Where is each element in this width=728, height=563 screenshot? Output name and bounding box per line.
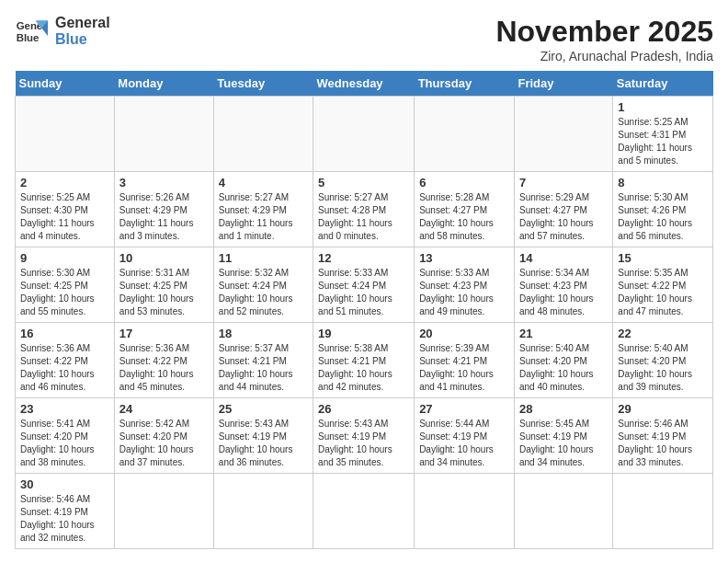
day-info: Sunrise: 5:28 AM Sunset: 4:27 PM Dayligh… <box>419 191 509 243</box>
calendar-header-row: SundayMondayTuesdayWednesdayThursdayFrid… <box>16 71 713 97</box>
day-number: 27 <box>419 402 509 416</box>
calendar-cell: 8Sunrise: 5:30 AM Sunset: 4:26 PM Daylig… <box>613 172 713 247</box>
title-area: November 2025 Ziro, Arunachal Pradesh, I… <box>495 15 713 63</box>
day-number: 22 <box>618 327 708 340</box>
calendar-cell: 16Sunrise: 5:36 AM Sunset: 4:22 PM Dayli… <box>16 323 115 398</box>
calendar-week-row: 2Sunrise: 5:25 AM Sunset: 4:30 PM Daylig… <box>16 172 713 247</box>
day-info: Sunrise: 5:42 AM Sunset: 4:20 PM Dayligh… <box>119 418 209 469</box>
logo-general: General <box>55 15 110 31</box>
calendar-cell: 9Sunrise: 5:30 AM Sunset: 4:25 PM Daylig… <box>16 247 115 323</box>
day-number: 25 <box>219 402 308 416</box>
day-number: 18 <box>219 327 308 340</box>
day-number: 4 <box>219 176 308 190</box>
day-info: Sunrise: 5:35 AM Sunset: 4:22 PM Dayligh… <box>618 267 708 318</box>
calendar-cell <box>613 474 713 549</box>
day-info: Sunrise: 5:25 AM Sunset: 4:31 PM Dayligh… <box>618 116 708 167</box>
day-info: Sunrise: 5:33 AM Sunset: 4:23 PM Dayligh… <box>419 267 509 318</box>
day-number: 7 <box>519 176 608 190</box>
calendar-cell: 27Sunrise: 5:44 AM Sunset: 4:19 PM Dayli… <box>415 398 515 474</box>
calendar-cell: 20Sunrise: 5:39 AM Sunset: 4:21 PM Dayli… <box>415 323 515 398</box>
day-number: 2 <box>20 176 109 190</box>
day-number: 30 <box>20 477 109 491</box>
calendar-cell: 23Sunrise: 5:41 AM Sunset: 4:20 PM Dayli… <box>16 398 115 474</box>
day-number: 12 <box>318 251 409 265</box>
calendar-cell <box>16 97 115 172</box>
day-number: 19 <box>318 327 409 340</box>
calendar-cell <box>514 97 612 172</box>
day-number: 8 <box>618 176 708 190</box>
day-number: 17 <box>119 327 209 340</box>
calendar-cell: 13Sunrise: 5:33 AM Sunset: 4:23 PM Dayli… <box>415 247 515 323</box>
day-info: Sunrise: 5:31 AM Sunset: 4:25 PM Dayligh… <box>119 267 209 318</box>
day-number: 26 <box>318 402 409 416</box>
calendar-cell: 4Sunrise: 5:27 AM Sunset: 4:29 PM Daylig… <box>213 172 313 247</box>
calendar-cell: 14Sunrise: 5:34 AM Sunset: 4:23 PM Dayli… <box>514 247 612 323</box>
day-header-friday: Friday <box>514 71 612 97</box>
day-info: Sunrise: 5:40 AM Sunset: 4:20 PM Dayligh… <box>519 342 608 394</box>
calendar-week-row: 9Sunrise: 5:30 AM Sunset: 4:25 PM Daylig… <box>16 247 713 323</box>
day-info: Sunrise: 5:26 AM Sunset: 4:29 PM Dayligh… <box>119 191 209 243</box>
calendar-cell <box>514 474 612 549</box>
day-info: Sunrise: 5:43 AM Sunset: 4:19 PM Dayligh… <box>219 418 308 469</box>
calendar-cell: 30Sunrise: 5:46 AM Sunset: 4:19 PM Dayli… <box>16 474 115 549</box>
day-number: 21 <box>519 327 608 340</box>
calendar-cell <box>313 474 415 549</box>
svg-text:Blue: Blue <box>17 32 40 43</box>
day-number: 1 <box>618 100 708 114</box>
day-info: Sunrise: 5:44 AM Sunset: 4:19 PM Dayligh… <box>419 418 509 469</box>
day-number: 9 <box>20 251 109 265</box>
day-header-saturday: Saturday <box>613 71 713 97</box>
calendar-cell: 21Sunrise: 5:40 AM Sunset: 4:20 PM Dayli… <box>514 323 612 398</box>
calendar-table: SundayMondayTuesdayWednesdayThursdayFrid… <box>15 71 713 549</box>
calendar-cell: 22Sunrise: 5:40 AM Sunset: 4:20 PM Dayli… <box>613 323 713 398</box>
day-info: Sunrise: 5:45 AM Sunset: 4:19 PM Dayligh… <box>519 418 608 469</box>
day-info: Sunrise: 5:30 AM Sunset: 4:25 PM Dayligh… <box>20 267 109 318</box>
calendar-cell <box>114 97 213 172</box>
day-header-tuesday: Tuesday <box>213 71 313 97</box>
calendar-cell <box>213 474 313 549</box>
logo-blue: Blue <box>55 31 110 48</box>
day-number: 15 <box>618 251 708 265</box>
page-header: General Blue General Blue November 2025 … <box>15 15 713 63</box>
day-number: 5 <box>318 176 409 190</box>
calendar-week-row: 1Sunrise: 5:25 AM Sunset: 4:31 PM Daylig… <box>16 97 713 172</box>
day-number: 23 <box>20 402 109 416</box>
calendar-cell: 28Sunrise: 5:45 AM Sunset: 4:19 PM Dayli… <box>514 398 612 474</box>
day-info: Sunrise: 5:27 AM Sunset: 4:29 PM Dayligh… <box>219 191 308 243</box>
calendar-cell: 19Sunrise: 5:38 AM Sunset: 4:21 PM Dayli… <box>313 323 415 398</box>
day-info: Sunrise: 5:34 AM Sunset: 4:23 PM Dayligh… <box>519 267 608 318</box>
calendar-cell <box>313 97 415 172</box>
day-info: Sunrise: 5:40 AM Sunset: 4:20 PM Dayligh… <box>618 342 708 394</box>
calendar-cell: 15Sunrise: 5:35 AM Sunset: 4:22 PM Dayli… <box>613 247 713 323</box>
day-info: Sunrise: 5:43 AM Sunset: 4:19 PM Dayligh… <box>318 418 409 469</box>
day-info: Sunrise: 5:37 AM Sunset: 4:21 PM Dayligh… <box>219 342 308 394</box>
day-number: 24 <box>119 402 209 416</box>
logo: General Blue General Blue <box>15 15 110 48</box>
calendar-cell: 17Sunrise: 5:36 AM Sunset: 4:22 PM Dayli… <box>114 323 213 398</box>
calendar-cell <box>415 97 515 172</box>
day-header-thursday: Thursday <box>415 71 515 97</box>
day-info: Sunrise: 5:32 AM Sunset: 4:24 PM Dayligh… <box>219 267 308 318</box>
calendar-cell: 25Sunrise: 5:43 AM Sunset: 4:19 PM Dayli… <box>213 398 313 474</box>
day-number: 28 <box>519 402 608 416</box>
day-number: 14 <box>519 251 608 265</box>
calendar-cell: 11Sunrise: 5:32 AM Sunset: 4:24 PM Dayli… <box>213 247 313 323</box>
day-number: 20 <box>419 327 509 340</box>
day-header-sunday: Sunday <box>16 71 115 97</box>
day-info: Sunrise: 5:33 AM Sunset: 4:24 PM Dayligh… <box>318 267 409 318</box>
calendar-body: 1Sunrise: 5:25 AM Sunset: 4:31 PM Daylig… <box>16 97 713 549</box>
day-number: 3 <box>119 176 209 190</box>
location: Ziro, Arunachal Pradesh, India <box>495 49 713 63</box>
day-header-wednesday: Wednesday <box>313 71 415 97</box>
calendar-cell <box>213 97 313 172</box>
calendar-week-row: 23Sunrise: 5:41 AM Sunset: 4:20 PM Dayli… <box>16 398 713 474</box>
calendar-cell: 26Sunrise: 5:43 AM Sunset: 4:19 PM Dayli… <box>313 398 415 474</box>
day-number: 11 <box>219 251 308 265</box>
day-number: 6 <box>419 176 509 190</box>
day-info: Sunrise: 5:25 AM Sunset: 4:30 PM Dayligh… <box>20 191 109 243</box>
day-info: Sunrise: 5:38 AM Sunset: 4:21 PM Dayligh… <box>318 342 409 394</box>
calendar-week-row: 30Sunrise: 5:46 AM Sunset: 4:19 PM Dayli… <box>16 474 713 549</box>
day-info: Sunrise: 5:36 AM Sunset: 4:22 PM Dayligh… <box>119 342 209 394</box>
month-title: November 2025 <box>495 15 713 49</box>
logo-icon: General Blue <box>15 15 48 48</box>
